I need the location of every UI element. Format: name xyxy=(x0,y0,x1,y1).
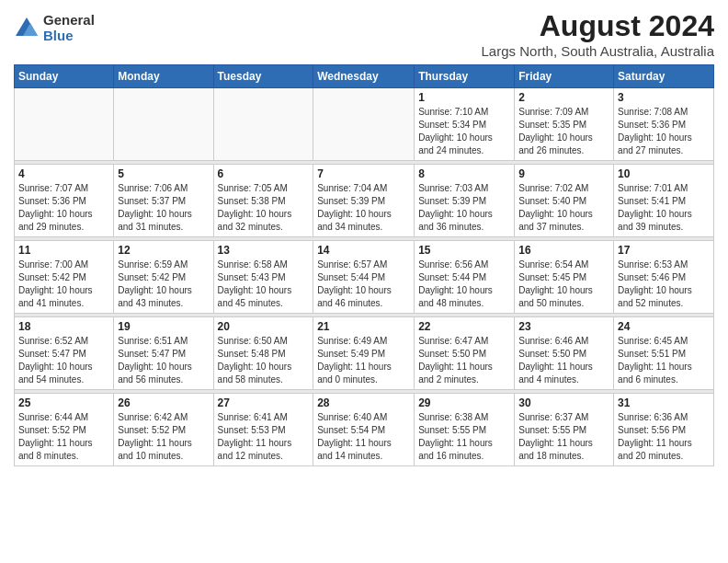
calendar-cell xyxy=(313,88,415,161)
calendar-week-4: 25Sunrise: 6:44 AM Sunset: 5:52 PM Dayli… xyxy=(15,394,714,466)
calendar-cell: 7Sunrise: 7:04 AM Sunset: 5:39 PM Daylig… xyxy=(313,165,415,237)
day-info: Sunrise: 7:03 AM Sunset: 5:39 PM Dayligh… xyxy=(418,182,510,234)
day-number: 25 xyxy=(18,396,109,409)
day-info: Sunrise: 6:42 AM Sunset: 5:52 PM Dayligh… xyxy=(118,411,209,463)
calendar-cell: 5Sunrise: 7:06 AM Sunset: 5:37 PM Daylig… xyxy=(114,165,213,237)
day-info: Sunrise: 6:51 AM Sunset: 5:47 PM Dayligh… xyxy=(118,335,209,386)
calendar-cell: 13Sunrise: 6:58 AM Sunset: 5:43 PM Dayli… xyxy=(213,241,313,314)
day-info: Sunrise: 7:00 AM Sunset: 5:42 PM Dayligh… xyxy=(18,259,109,310)
day-info: Sunrise: 7:08 AM Sunset: 5:36 PM Dayligh… xyxy=(618,106,710,157)
logo-icon xyxy=(14,16,40,41)
calendar-cell: 19Sunrise: 6:51 AM Sunset: 5:47 PM Dayli… xyxy=(114,317,213,390)
day-number: 26 xyxy=(118,396,209,409)
day-info: Sunrise: 7:09 AM Sunset: 5:35 PM Dayligh… xyxy=(518,106,609,157)
logo: General Blue xyxy=(14,13,95,43)
day-number: 7 xyxy=(317,167,410,180)
day-number: 6 xyxy=(218,167,310,180)
day-number: 23 xyxy=(518,320,609,333)
day-info: Sunrise: 6:54 AM Sunset: 5:45 PM Dayligh… xyxy=(518,259,609,310)
calendar-cell: 27Sunrise: 6:41 AM Sunset: 5:53 PM Dayli… xyxy=(213,394,313,466)
calendar-cell: 21Sunrise: 6:49 AM Sunset: 5:49 PM Dayli… xyxy=(313,317,415,390)
day-info: Sunrise: 7:02 AM Sunset: 5:40 PM Dayligh… xyxy=(518,182,609,234)
day-info: Sunrise: 7:06 AM Sunset: 5:37 PM Dayligh… xyxy=(118,182,209,234)
day-number: 20 xyxy=(218,320,310,333)
day-info: Sunrise: 6:52 AM Sunset: 5:47 PM Dayligh… xyxy=(18,335,109,386)
header-row: SundayMondayTuesdayWednesdayThursdayFrid… xyxy=(15,65,714,88)
header-wednesday: Wednesday xyxy=(313,65,415,88)
calendar-cell xyxy=(15,88,114,161)
calendar-cell: 11Sunrise: 7:00 AM Sunset: 5:42 PM Dayli… xyxy=(15,241,114,314)
day-number: 21 xyxy=(317,320,410,333)
day-number: 5 xyxy=(118,167,209,180)
day-info: Sunrise: 6:41 AM Sunset: 5:53 PM Dayligh… xyxy=(218,411,310,463)
calendar-cell: 29Sunrise: 6:38 AM Sunset: 5:55 PM Dayli… xyxy=(415,394,515,466)
header-monday: Monday xyxy=(114,65,213,88)
day-number: 1 xyxy=(418,91,510,104)
calendar-cell: 24Sunrise: 6:45 AM Sunset: 5:51 PM Dayli… xyxy=(614,317,714,390)
day-number: 10 xyxy=(618,167,710,180)
day-number: 28 xyxy=(317,396,410,409)
day-number: 30 xyxy=(518,396,609,409)
day-info: Sunrise: 6:58 AM Sunset: 5:43 PM Dayligh… xyxy=(218,259,310,310)
logo-general: General xyxy=(43,13,95,29)
day-info: Sunrise: 7:10 AM Sunset: 5:34 PM Dayligh… xyxy=(418,106,510,157)
header-saturday: Saturday xyxy=(614,65,714,88)
calendar-table: SundayMondayTuesdayWednesdayThursdayFrid… xyxy=(14,64,714,466)
calendar-cell: 6Sunrise: 7:05 AM Sunset: 5:38 PM Daylig… xyxy=(213,165,313,237)
day-info: Sunrise: 7:05 AM Sunset: 5:38 PM Dayligh… xyxy=(218,182,310,234)
day-info: Sunrise: 6:59 AM Sunset: 5:42 PM Dayligh… xyxy=(118,259,209,310)
day-info: Sunrise: 7:01 AM Sunset: 5:41 PM Dayligh… xyxy=(618,182,710,234)
day-number: 14 xyxy=(317,244,410,257)
calendar-cell: 31Sunrise: 6:36 AM Sunset: 5:56 PM Dayli… xyxy=(614,394,714,466)
day-number: 16 xyxy=(518,244,609,257)
day-number: 15 xyxy=(418,244,510,257)
calendar-cell xyxy=(114,88,213,161)
day-number: 24 xyxy=(618,320,710,333)
calendar-cell: 16Sunrise: 6:54 AM Sunset: 5:45 PM Dayli… xyxy=(515,241,614,314)
day-info: Sunrise: 6:57 AM Sunset: 5:44 PM Dayligh… xyxy=(317,259,410,310)
header-sunday: Sunday xyxy=(15,65,114,88)
day-info: Sunrise: 6:49 AM Sunset: 5:49 PM Dayligh… xyxy=(317,335,410,386)
day-info: Sunrise: 6:40 AM Sunset: 5:54 PM Dayligh… xyxy=(317,411,410,463)
calendar-body: 1Sunrise: 7:10 AM Sunset: 5:34 PM Daylig… xyxy=(15,88,714,466)
calendar-cell: 1Sunrise: 7:10 AM Sunset: 5:34 PM Daylig… xyxy=(415,88,515,161)
day-number: 13 xyxy=(218,244,310,257)
calendar-cell: 17Sunrise: 6:53 AM Sunset: 5:46 PM Dayli… xyxy=(614,241,714,314)
day-info: Sunrise: 6:45 AM Sunset: 5:51 PM Dayligh… xyxy=(618,335,710,386)
title-block: August 2024 Largs North, South Australia… xyxy=(482,9,714,59)
day-info: Sunrise: 6:44 AM Sunset: 5:52 PM Dayligh… xyxy=(18,411,109,463)
calendar-header: SundayMondayTuesdayWednesdayThursdayFrid… xyxy=(15,65,714,88)
day-number: 19 xyxy=(118,320,209,333)
calendar-cell: 26Sunrise: 6:42 AM Sunset: 5:52 PM Dayli… xyxy=(114,394,213,466)
day-number: 29 xyxy=(418,396,510,409)
day-info: Sunrise: 6:50 AM Sunset: 5:48 PM Dayligh… xyxy=(218,335,310,386)
calendar-week-1: 4Sunrise: 7:07 AM Sunset: 5:36 PM Daylig… xyxy=(15,165,714,237)
day-info: Sunrise: 6:38 AM Sunset: 5:55 PM Dayligh… xyxy=(418,411,510,463)
day-info: Sunrise: 6:47 AM Sunset: 5:50 PM Dayligh… xyxy=(418,335,510,386)
calendar-cell: 2Sunrise: 7:09 AM Sunset: 5:35 PM Daylig… xyxy=(515,88,614,161)
day-number: 31 xyxy=(618,396,710,409)
day-number: 4 xyxy=(18,167,109,180)
day-info: Sunrise: 7:04 AM Sunset: 5:39 PM Dayligh… xyxy=(317,182,410,234)
calendar-cell: 25Sunrise: 6:44 AM Sunset: 5:52 PM Dayli… xyxy=(15,394,114,466)
calendar-cell: 10Sunrise: 7:01 AM Sunset: 5:41 PM Dayli… xyxy=(614,165,714,237)
calendar-week-2: 11Sunrise: 7:00 AM Sunset: 5:42 PM Dayli… xyxy=(15,241,714,314)
header-tuesday: Tuesday xyxy=(213,65,313,88)
day-number: 11 xyxy=(18,244,109,257)
calendar-cell: 28Sunrise: 6:40 AM Sunset: 5:54 PM Dayli… xyxy=(313,394,415,466)
day-number: 27 xyxy=(218,396,310,409)
header-friday: Friday xyxy=(515,65,614,88)
calendar-cell xyxy=(213,88,313,161)
calendar-cell: 20Sunrise: 6:50 AM Sunset: 5:48 PM Dayli… xyxy=(213,317,313,390)
calendar-cell: 14Sunrise: 6:57 AM Sunset: 5:44 PM Dayli… xyxy=(313,241,415,314)
calendar-cell: 22Sunrise: 6:47 AM Sunset: 5:50 PM Dayli… xyxy=(415,317,515,390)
calendar-cell: 3Sunrise: 7:08 AM Sunset: 5:36 PM Daylig… xyxy=(614,88,714,161)
calendar-cell: 4Sunrise: 7:07 AM Sunset: 5:36 PM Daylig… xyxy=(15,165,114,237)
calendar-cell: 8Sunrise: 7:03 AM Sunset: 5:39 PM Daylig… xyxy=(415,165,515,237)
calendar-week-0: 1Sunrise: 7:10 AM Sunset: 5:34 PM Daylig… xyxy=(15,88,714,161)
logo-text: General Blue xyxy=(43,13,95,43)
page-header: General Blue August 2024 Largs North, So… xyxy=(14,9,714,59)
calendar-cell: 15Sunrise: 6:56 AM Sunset: 5:44 PM Dayli… xyxy=(415,241,515,314)
day-info: Sunrise: 6:37 AM Sunset: 5:55 PM Dayligh… xyxy=(518,411,609,463)
calendar-subtitle: Largs North, South Australia, Australia xyxy=(482,43,714,59)
